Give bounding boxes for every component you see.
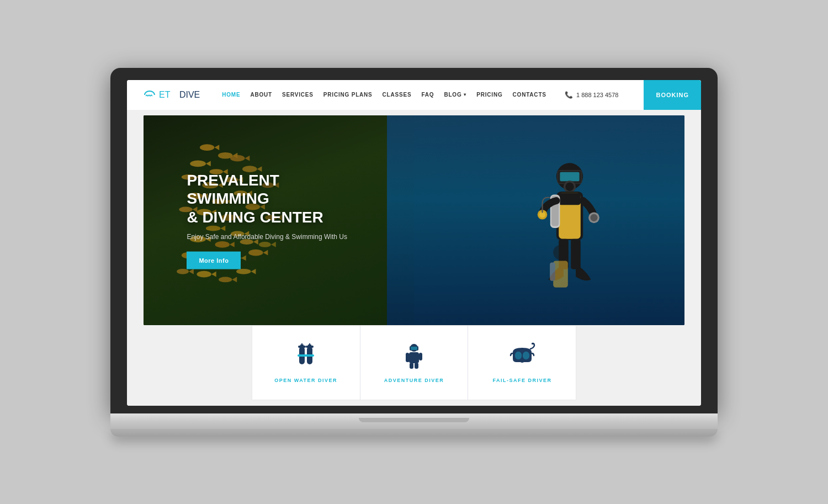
diver-person-icon <box>400 342 428 370</box>
svg-point-80 <box>553 245 568 259</box>
nav-contacts[interactable]: CONTACTS <box>513 92 546 98</box>
adventure-label: ADVENTURE DIVER <box>384 378 444 383</box>
features-right-spacer <box>576 325 684 400</box>
svg-point-79 <box>590 214 597 221</box>
svg-rect-77 <box>571 238 581 269</box>
svg-rect-82 <box>550 262 555 280</box>
svg-rect-98 <box>415 363 418 369</box>
hero-section: PREVALENT SWIMMING & DIVING CENTER Enjoy… <box>144 115 684 325</box>
main-navigation: HOME ABOUT SERVICES PRICING PLANS CLASSE… <box>222 91 627 99</box>
svg-rect-66 <box>560 172 579 181</box>
site-header: ET DIVE HOME ABOUT SERVICES PRICING PLAN… <box>127 80 701 110</box>
diver-image <box>509 143 630 298</box>
nav-home[interactable]: HOME <box>222 92 240 98</box>
svg-rect-95 <box>419 353 422 360</box>
feature-open-water[interactable]: OPEN WATER DIVER <box>252 326 360 400</box>
nav-about[interactable]: ABOUT <box>250 92 272 98</box>
scuba-tank-icon <box>292 342 320 370</box>
feature-failsafe[interactable]: FAIL-SAFE DRIVER <box>468 326 576 400</box>
svg-point-99 <box>514 351 522 360</box>
phone-icon: 📞 <box>565 91 573 99</box>
diver-svg <box>509 143 630 313</box>
svg-rect-89 <box>298 354 314 357</box>
hero-content: PREVALENT SWIMMING & DIVING CENTER Enjoy… <box>187 171 363 269</box>
svg-rect-96 <box>406 353 409 360</box>
svg-rect-97 <box>410 363 413 369</box>
hero-subtitle: Enjoy Safe and Affordable Diving & Swimm… <box>187 233 363 241</box>
feature-adventure[interactable]: ADVENTURE DIVER <box>360 326 469 400</box>
open-water-label: OPEN WATER DIVER <box>274 378 337 383</box>
svg-rect-93 <box>409 352 419 363</box>
hero-cta-button[interactable]: More Info <box>187 252 241 269</box>
laptop-frame: ET DIVE HOME ABOUT SERVICES PRICING PLAN… <box>110 68 718 437</box>
svg-point-100 <box>522 351 530 360</box>
hero-title: PREVALENT SWIMMING & DIVING CENTER <box>187 171 363 226</box>
logo-icon <box>144 90 156 100</box>
nav-classes[interactable]: CLASSES <box>383 92 412 98</box>
laptop-bottom <box>110 429 718 437</box>
features-grid: OPEN WATER DIVER <box>252 325 577 400</box>
svg-rect-71 <box>559 193 581 205</box>
svg-rect-92 <box>411 347 417 350</box>
nav-pricing-plans[interactable]: PRICING PLANS <box>323 92 373 98</box>
svg-point-68 <box>565 182 574 190</box>
nav-blog[interactable]: BLOG ▾ <box>444 92 466 98</box>
diving-mask-icon <box>508 342 536 370</box>
failsafe-label: FAIL-SAFE DRIVER <box>492 378 551 383</box>
screen-bezel: ET DIVE HOME ABOUT SERVICES PRICING PLAN… <box>110 68 718 413</box>
nav-faq[interactable]: FAQ <box>421 92 434 98</box>
logo-dive-text: DIVE <box>179 90 200 100</box>
logo[interactable]: ET DIVE <box>144 90 200 100</box>
features-section: OPEN WATER DIVER <box>127 325 701 406</box>
svg-rect-101 <box>532 343 534 344</box>
phone-number: 📞 1 888 123 4578 <box>565 91 618 99</box>
browser-screen: ET DIVE HOME ABOUT SERVICES PRICING PLAN… <box>127 80 701 406</box>
logo-et-text: ET <box>159 90 170 100</box>
chevron-down-icon: ▾ <box>464 92 466 97</box>
features-left-spacer <box>144 325 252 400</box>
booking-button[interactable]: BOOKING <box>644 80 701 110</box>
laptop-base <box>110 413 718 429</box>
nav-pricing[interactable]: PRICING <box>476 92 502 98</box>
svg-rect-81 <box>553 261 568 287</box>
nav-services[interactable]: SERVICES <box>282 92 314 98</box>
